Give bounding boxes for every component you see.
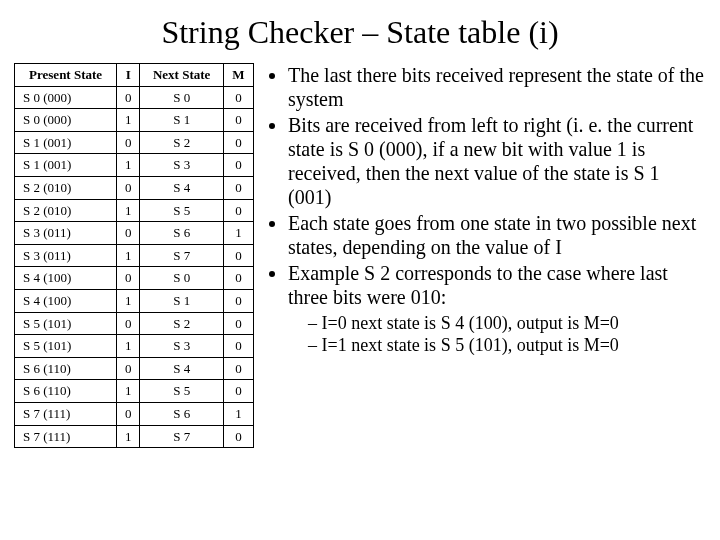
cell-i: 0 <box>117 131 140 154</box>
list-item: Example S 2 corresponds to the case wher… <box>288 261 706 309</box>
cell-i: 0 <box>117 176 140 199</box>
state-table: Present State I Next State M S 0 (000)0S… <box>14 63 254 448</box>
cell-m: 0 <box>223 176 253 199</box>
cell-next: S 2 <box>140 131 224 154</box>
description-panel: The last there bits received represent t… <box>268 63 706 356</box>
cell-present: S 6 (110) <box>15 357 117 380</box>
header-i: I <box>117 64 140 87</box>
table-row: S 2 (010)1S 50 <box>15 199 254 222</box>
cell-m: 0 <box>223 109 253 132</box>
cell-m: 0 <box>223 267 253 290</box>
cell-present: S 6 (110) <box>15 380 117 403</box>
cell-present: S 3 (011) <box>15 244 117 267</box>
cell-i: 1 <box>117 289 140 312</box>
cell-m: 0 <box>223 154 253 177</box>
table-row: S 6 (110)0S 40 <box>15 357 254 380</box>
cell-i: 0 <box>117 402 140 425</box>
cell-i: 1 <box>117 109 140 132</box>
cell-next: S 5 <box>140 199 224 222</box>
cell-m: 0 <box>223 335 253 358</box>
table-row: S 5 (101)0S 20 <box>15 312 254 335</box>
cell-next: S 4 <box>140 357 224 380</box>
table-row: S 6 (110)1S 50 <box>15 380 254 403</box>
cell-next: S 0 <box>140 267 224 290</box>
list-item: The last there bits received represent t… <box>288 63 706 111</box>
bullet-list: The last there bits received represent t… <box>268 63 706 309</box>
cell-present: S 7 (111) <box>15 402 117 425</box>
cell-present: S 3 (011) <box>15 222 117 245</box>
cell-m: 0 <box>223 199 253 222</box>
cell-next: S 6 <box>140 402 224 425</box>
cell-next: S 3 <box>140 335 224 358</box>
cell-m: 1 <box>223 402 253 425</box>
table-row: S 4 (100)1S 10 <box>15 289 254 312</box>
cell-present: S 0 (000) <box>15 109 117 132</box>
cell-present: S 2 (010) <box>15 176 117 199</box>
cell-next: S 7 <box>140 244 224 267</box>
cell-present: S 5 (101) <box>15 335 117 358</box>
cell-m: 0 <box>223 131 253 154</box>
cell-m: 0 <box>223 380 253 403</box>
cell-present: S 7 (111) <box>15 425 117 448</box>
table-row: S 7 (111)0S 61 <box>15 402 254 425</box>
list-item: – I=1 next state is S 5 (101), output is… <box>308 335 706 357</box>
list-item: Each state goes from one state in two po… <box>288 211 706 259</box>
content-area: Present State I Next State M S 0 (000)0S… <box>14 63 706 448</box>
cell-next: S 1 <box>140 289 224 312</box>
cell-next: S 6 <box>140 222 224 245</box>
cell-i: 0 <box>117 267 140 290</box>
table-row: S 3 (011)0S 61 <box>15 222 254 245</box>
table-row: S 1 (001)0S 20 <box>15 131 254 154</box>
cell-next: S 1 <box>140 109 224 132</box>
cell-present: S 2 (010) <box>15 199 117 222</box>
header-present: Present State <box>15 64 117 87</box>
cell-i: 1 <box>117 425 140 448</box>
cell-present: S 5 (101) <box>15 312 117 335</box>
cell-m: 0 <box>223 425 253 448</box>
list-item: – I=0 next state is S 4 (100), output is… <box>308 313 706 335</box>
cell-i: 0 <box>117 312 140 335</box>
cell-present: S 1 (001) <box>15 131 117 154</box>
table-row: S 0 (000)0S 00 <box>15 86 254 109</box>
sub-list: – I=0 next state is S 4 (100), output is… <box>268 313 706 356</box>
cell-i: 1 <box>117 199 140 222</box>
cell-m: 0 <box>223 312 253 335</box>
cell-i: 1 <box>117 154 140 177</box>
cell-m: 1 <box>223 222 253 245</box>
table-row: S 2 (010)0S 40 <box>15 176 254 199</box>
table-row: S 3 (011)1S 70 <box>15 244 254 267</box>
cell-next: S 0 <box>140 86 224 109</box>
table-row: S 1 (001)1S 30 <box>15 154 254 177</box>
cell-m: 0 <box>223 357 253 380</box>
cell-present: S 1 (001) <box>15 154 117 177</box>
cell-next: S 4 <box>140 176 224 199</box>
cell-next: S 7 <box>140 425 224 448</box>
table-header-row: Present State I Next State M <box>15 64 254 87</box>
cell-i: 0 <box>117 222 140 245</box>
cell-m: 0 <box>223 289 253 312</box>
cell-i: 1 <box>117 335 140 358</box>
table-row: S 5 (101)1S 30 <box>15 335 254 358</box>
cell-next: S 3 <box>140 154 224 177</box>
cell-m: 0 <box>223 244 253 267</box>
page-title: String Checker – State table (i) <box>14 14 706 51</box>
cell-i: 0 <box>117 357 140 380</box>
cell-present: S 4 (100) <box>15 267 117 290</box>
cell-present: S 4 (100) <box>15 289 117 312</box>
cell-i: 1 <box>117 244 140 267</box>
cell-next: S 5 <box>140 380 224 403</box>
table-row: S 4 (100)0S 00 <box>15 267 254 290</box>
cell-m: 0 <box>223 86 253 109</box>
table-row: S 7 (111)1S 70 <box>15 425 254 448</box>
list-item: Bits are received from left to right (i.… <box>288 113 706 209</box>
header-next: Next State <box>140 64 224 87</box>
cell-present: S 0 (000) <box>15 86 117 109</box>
header-m: M <box>223 64 253 87</box>
cell-next: S 2 <box>140 312 224 335</box>
cell-i: 0 <box>117 86 140 109</box>
table-row: S 0 (000)1S 10 <box>15 109 254 132</box>
cell-i: 1 <box>117 380 140 403</box>
